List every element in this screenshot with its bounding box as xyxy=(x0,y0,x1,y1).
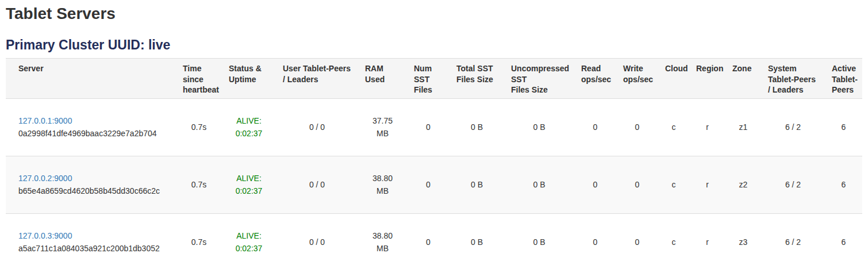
region-cell: r xyxy=(689,213,725,257)
write-ops-cell: 0 xyxy=(616,99,658,156)
ram-used-value: 37.75 MB xyxy=(370,114,395,140)
column-header-label: System Tablet-Peers / Leaders xyxy=(768,63,816,95)
server-uuid: 0a2998f41dfe4969baac3229e7a2b704 xyxy=(18,127,174,140)
num-sst-files-cell: 0 xyxy=(407,99,450,156)
user-tablet-peers-cell: 0 / 0 xyxy=(276,99,358,156)
active-tablet-peers-cell: 6 xyxy=(825,213,862,257)
uptime-value: 0:02:37 xyxy=(224,185,274,197)
heartbeat-cell: 0.7s xyxy=(176,213,222,257)
cloud-cell: c xyxy=(658,156,689,213)
region-cell: r xyxy=(689,156,725,213)
uptime-value: 0:02:37 xyxy=(224,242,274,255)
status-uptime-cell: ALIVE: 0:02:37 xyxy=(222,99,276,156)
cluster-uuid-heading: Primary Cluster UUID: live xyxy=(6,38,862,52)
column-header-num-sst-files: Num SST Files xyxy=(407,59,450,99)
ram-used-cell: 37.75 MB xyxy=(358,99,407,156)
table-header: Server Time since heartbeat Status & Upt… xyxy=(6,59,862,99)
header-row: Server Time since heartbeat Status & Upt… xyxy=(6,59,862,99)
status-uptime-cell: ALIVE: 0:02:37 xyxy=(222,156,276,213)
read-ops-cell: 0 xyxy=(574,156,616,213)
column-header-label: Uncompressed SST Files Size xyxy=(511,63,569,95)
ram-used-cell: 38.80 MB xyxy=(358,213,407,257)
active-tablet-peers-cell: 6 xyxy=(825,99,862,156)
status-uptime-cell: ALIVE: 0:02:37 xyxy=(222,213,276,257)
column-header-label: Time since heartbeat xyxy=(183,63,220,95)
column-header-ram-used: RAM Used xyxy=(358,59,407,99)
read-ops-cell: 0 xyxy=(574,213,616,257)
column-header-write-ops: Write ops/sec xyxy=(616,59,658,99)
user-tablet-peers-cell: 0 / 0 xyxy=(276,213,358,257)
column-header-label: Zone xyxy=(732,63,751,74)
system-tablet-peers-cell: 6 / 2 xyxy=(761,156,825,213)
column-header-label: Num SST Files xyxy=(414,63,432,95)
column-header-server: Server xyxy=(6,59,176,99)
ram-used-cell: 38.80 MB xyxy=(358,156,407,213)
total-sst-size-cell: 0 B xyxy=(450,156,504,213)
column-header-active-tablet-peers: Active Tablet- Peers xyxy=(825,59,862,99)
zone-cell: z1 xyxy=(725,99,761,156)
server-uuid: b65e4a8659cd4620b58b45dd30c66c2c xyxy=(18,185,174,197)
status-badge: ALIVE: xyxy=(224,172,274,185)
total-sst-size-cell: 0 B xyxy=(450,99,504,156)
uncompressed-sst-size-cell: 0 B xyxy=(504,99,574,156)
system-tablet-peers-cell: 6 / 2 xyxy=(761,213,825,257)
column-header-label: Read ops/sec xyxy=(581,63,611,84)
status-badge: ALIVE: xyxy=(224,114,274,127)
write-ops-cell: 0 xyxy=(616,156,658,213)
server-uuid: a5ac711c1a084035a921c200b1db3052 xyxy=(18,242,174,255)
server-address-link[interactable]: 127.0.0.1:9000 xyxy=(18,116,72,125)
column-header-label: Region xyxy=(696,63,723,74)
uncompressed-sst-size-cell: 0 B xyxy=(504,213,574,257)
table-body: 127.0.0.1:9000 0a2998f41dfe4969baac3229e… xyxy=(6,99,862,257)
server-cell: 127.0.0.3:9000 a5ac711c1a084035a921c200b… xyxy=(6,213,176,257)
column-header-cloud: Cloud xyxy=(658,59,689,99)
ram-used-value: 38.80 MB xyxy=(370,172,395,198)
column-header-uncompressed-sst-files-size: Uncompressed SST Files Size xyxy=(504,59,574,99)
column-header-time-since-heartbeat: Time since heartbeat xyxy=(176,59,222,99)
num-sst-files-cell: 0 xyxy=(407,156,450,213)
user-tablet-peers-cell: 0 / 0 xyxy=(276,156,358,213)
table-row: 127.0.0.3:9000 a5ac711c1a084035a921c200b… xyxy=(6,213,862,257)
total-sst-size-cell: 0 B xyxy=(450,213,504,257)
page-title: Tablet Servers xyxy=(6,5,862,23)
read-ops-cell: 0 xyxy=(574,99,616,156)
column-header-label: Status & Uptime xyxy=(229,63,262,84)
column-header-label: Server xyxy=(18,63,44,74)
column-header-label: Write ops/sec xyxy=(623,63,653,84)
ram-used-value: 38.80 MB xyxy=(370,229,395,255)
column-header-zone: Zone xyxy=(725,59,761,99)
cloud-cell: c xyxy=(658,213,689,257)
heartbeat-cell: 0.7s xyxy=(176,156,222,213)
write-ops-cell: 0 xyxy=(616,213,658,257)
cloud-cell: c xyxy=(658,99,689,156)
table-row: 127.0.0.2:9000 b65e4a8659cd4620b58b45dd3… xyxy=(6,156,862,213)
zone-cell: z2 xyxy=(725,156,761,213)
column-header-status-uptime: Status & Uptime xyxy=(222,59,276,99)
server-address-link[interactable]: 127.0.0.2:9000 xyxy=(18,174,72,183)
num-sst-files-cell: 0 xyxy=(407,213,450,257)
column-header-total-sst-files-size: Total SST Files Size xyxy=(450,59,504,99)
uncompressed-sst-size-cell: 0 B xyxy=(504,156,574,213)
status-badge: ALIVE: xyxy=(224,229,274,242)
tablet-servers-table: Server Time since heartbeat Status & Upt… xyxy=(6,58,862,257)
system-tablet-peers-cell: 6 / 2 xyxy=(761,99,825,156)
server-cell: 127.0.0.1:9000 0a2998f41dfe4969baac3229e… xyxy=(6,99,176,156)
uptime-value: 0:02:37 xyxy=(224,127,274,140)
active-tablet-peers-cell: 6 xyxy=(825,156,862,213)
server-cell: 127.0.0.2:9000 b65e4a8659cd4620b58b45dd3… xyxy=(6,156,176,213)
column-header-read-ops: Read ops/sec xyxy=(574,59,616,99)
column-header-label: Cloud xyxy=(665,63,688,74)
server-address-link[interactable]: 127.0.0.3:9000 xyxy=(18,231,72,240)
table-row: 127.0.0.1:9000 0a2998f41dfe4969baac3229e… xyxy=(6,99,862,156)
heartbeat-cell: 0.7s xyxy=(176,99,222,156)
region-cell: r xyxy=(689,99,725,156)
column-header-label: Active Tablet- Peers xyxy=(832,63,858,95)
column-header-label: RAM Used xyxy=(365,63,405,84)
column-header-region: Region xyxy=(689,59,725,99)
column-header-label: User Tablet-Peers / Leaders xyxy=(283,63,351,84)
zone-cell: z3 xyxy=(725,213,761,257)
column-header-label: Total SST Files Size xyxy=(456,63,493,84)
column-header-user-tablet-peers: User Tablet-Peers / Leaders xyxy=(276,59,358,99)
column-header-system-tablet-peers: System Tablet-Peers / Leaders xyxy=(761,59,825,99)
